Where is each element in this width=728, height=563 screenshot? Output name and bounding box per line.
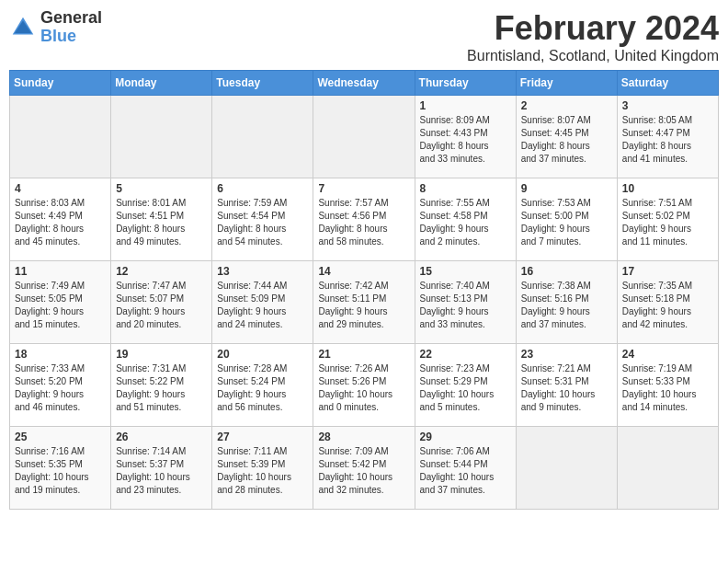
header: General Blue February 2024 Burntisland, … bbox=[9, 9, 719, 64]
day-number: 17 bbox=[622, 265, 713, 278]
day-info: Sunrise: 8:09 AM Sunset: 4:43 PM Dayligh… bbox=[420, 114, 511, 166]
week-row-1: 1Sunrise: 8:09 AM Sunset: 4:43 PM Daylig… bbox=[10, 96, 719, 178]
calendar-cell: 9Sunrise: 7:53 AM Sunset: 5:00 PM Daylig… bbox=[516, 178, 617, 261]
day-number: 3 bbox=[622, 99, 713, 112]
calendar-cell bbox=[313, 96, 415, 178]
calendar-body: 1Sunrise: 8:09 AM Sunset: 4:43 PM Daylig… bbox=[10, 96, 719, 510]
day-info: Sunrise: 7:42 AM Sunset: 5:11 PM Dayligh… bbox=[318, 280, 409, 331]
calendar-cell: 18Sunrise: 7:33 AM Sunset: 5:20 PM Dayli… bbox=[10, 344, 111, 427]
day-number: 1 bbox=[420, 99, 511, 112]
calendar-header: SundayMondayTuesdayWednesdayThursdayFrid… bbox=[10, 71, 719, 96]
day-number: 12 bbox=[116, 265, 207, 278]
calendar-cell bbox=[617, 427, 718, 510]
day-number: 20 bbox=[217, 348, 308, 361]
calendar-cell: 22Sunrise: 7:23 AM Sunset: 5:29 PM Dayli… bbox=[415, 344, 516, 427]
calendar-cell: 13Sunrise: 7:44 AM Sunset: 5:09 PM Dayli… bbox=[212, 261, 313, 344]
day-number: 18 bbox=[15, 348, 106, 361]
header-cell-wednesday: Wednesday bbox=[313, 71, 415, 96]
calendar-cell: 26Sunrise: 7:14 AM Sunset: 5:37 PM Dayli… bbox=[111, 427, 212, 510]
calendar-cell bbox=[516, 427, 617, 510]
day-info: Sunrise: 7:51 AM Sunset: 5:02 PM Dayligh… bbox=[622, 197, 713, 248]
calendar-cell: 28Sunrise: 7:09 AM Sunset: 5:42 PM Dayli… bbox=[313, 427, 415, 510]
day-number: 9 bbox=[521, 182, 612, 195]
title-section: February 2024 Burntisland, Scotland, Uni… bbox=[467, 9, 719, 64]
calendar-cell: 6Sunrise: 7:59 AM Sunset: 4:54 PM Daylig… bbox=[212, 178, 313, 261]
calendar-cell: 15Sunrise: 7:40 AM Sunset: 5:13 PM Dayli… bbox=[415, 261, 516, 344]
day-number: 11 bbox=[15, 265, 106, 278]
day-info: Sunrise: 8:07 AM Sunset: 4:45 PM Dayligh… bbox=[521, 114, 612, 166]
day-number: 19 bbox=[116, 348, 207, 361]
day-info: Sunrise: 7:35 AM Sunset: 5:18 PM Dayligh… bbox=[622, 280, 713, 331]
week-row-3: 11Sunrise: 7:49 AM Sunset: 5:05 PM Dayli… bbox=[10, 261, 719, 344]
day-number: 13 bbox=[217, 265, 308, 278]
calendar-cell: 19Sunrise: 7:31 AM Sunset: 5:22 PM Dayli… bbox=[111, 344, 212, 427]
calendar-table: SundayMondayTuesdayWednesdayThursdayFrid… bbox=[9, 70, 719, 510]
day-number: 7 bbox=[318, 182, 409, 195]
calendar-cell: 1Sunrise: 8:09 AM Sunset: 4:43 PM Daylig… bbox=[415, 96, 516, 178]
day-info: Sunrise: 7:55 AM Sunset: 4:58 PM Dayligh… bbox=[420, 197, 511, 248]
header-cell-tuesday: Tuesday bbox=[212, 71, 313, 96]
week-row-4: 18Sunrise: 7:33 AM Sunset: 5:20 PM Dayli… bbox=[10, 344, 719, 427]
calendar-cell: 25Sunrise: 7:16 AM Sunset: 5:35 PM Dayli… bbox=[10, 427, 111, 510]
header-cell-monday: Monday bbox=[111, 71, 212, 96]
day-number: 14 bbox=[318, 265, 409, 278]
calendar-cell: 7Sunrise: 7:57 AM Sunset: 4:56 PM Daylig… bbox=[313, 178, 415, 261]
day-number: 29 bbox=[420, 431, 511, 443]
calendar-cell: 16Sunrise: 7:38 AM Sunset: 5:16 PM Dayli… bbox=[516, 261, 617, 344]
day-info: Sunrise: 8:03 AM Sunset: 4:49 PM Dayligh… bbox=[15, 197, 106, 248]
logo-icon bbox=[9, 14, 37, 41]
week-row-5: 25Sunrise: 7:16 AM Sunset: 5:35 PM Dayli… bbox=[10, 427, 719, 510]
calendar-cell: 29Sunrise: 7:06 AM Sunset: 5:44 PM Dayli… bbox=[415, 427, 516, 510]
logo: General Blue bbox=[9, 9, 102, 46]
calendar-cell bbox=[111, 96, 212, 178]
day-info: Sunrise: 7:59 AM Sunset: 4:54 PM Dayligh… bbox=[217, 197, 308, 248]
day-number: 21 bbox=[318, 348, 409, 361]
header-cell-sunday: Sunday bbox=[10, 71, 111, 96]
day-info: Sunrise: 7:16 AM Sunset: 5:35 PM Dayligh… bbox=[15, 445, 106, 497]
calendar-cell: 4Sunrise: 8:03 AM Sunset: 4:49 PM Daylig… bbox=[10, 178, 111, 261]
calendar-cell: 17Sunrise: 7:35 AM Sunset: 5:18 PM Dayli… bbox=[617, 261, 718, 344]
day-info: Sunrise: 7:19 AM Sunset: 5:33 PM Dayligh… bbox=[622, 362, 713, 414]
day-number: 28 bbox=[318, 431, 409, 443]
day-number: 6 bbox=[217, 182, 308, 195]
header-cell-thursday: Thursday bbox=[415, 71, 516, 96]
day-number: 5 bbox=[116, 182, 207, 195]
day-info: Sunrise: 8:05 AM Sunset: 4:47 PM Dayligh… bbox=[622, 114, 713, 166]
day-info: Sunrise: 7:06 AM Sunset: 5:44 PM Dayligh… bbox=[420, 445, 511, 497]
calendar-cell: 8Sunrise: 7:55 AM Sunset: 4:58 PM Daylig… bbox=[415, 178, 516, 261]
calendar-cell: 12Sunrise: 7:47 AM Sunset: 5:07 PM Dayli… bbox=[111, 261, 212, 344]
logo-text: General Blue bbox=[40, 9, 102, 46]
day-info: Sunrise: 7:57 AM Sunset: 4:56 PM Dayligh… bbox=[318, 197, 409, 248]
day-info: Sunrise: 7:44 AM Sunset: 5:09 PM Dayligh… bbox=[217, 280, 308, 331]
calendar-cell: 14Sunrise: 7:42 AM Sunset: 5:11 PM Dayli… bbox=[313, 261, 415, 344]
day-info: Sunrise: 7:47 AM Sunset: 5:07 PM Dayligh… bbox=[116, 280, 207, 331]
day-info: Sunrise: 7:14 AM Sunset: 5:37 PM Dayligh… bbox=[116, 445, 207, 497]
day-number: 10 bbox=[622, 182, 713, 195]
day-info: Sunrise: 7:09 AM Sunset: 5:42 PM Dayligh… bbox=[318, 445, 409, 497]
day-info: Sunrise: 7:53 AM Sunset: 5:00 PM Dayligh… bbox=[521, 197, 612, 248]
day-info: Sunrise: 7:38 AM Sunset: 5:16 PM Dayligh… bbox=[521, 280, 612, 331]
header-row: SundayMondayTuesdayWednesdayThursdayFrid… bbox=[10, 71, 719, 96]
day-number: 16 bbox=[521, 265, 612, 278]
calendar-cell bbox=[10, 96, 111, 178]
calendar-cell: 23Sunrise: 7:21 AM Sunset: 5:31 PM Dayli… bbox=[516, 344, 617, 427]
header-cell-friday: Friday bbox=[516, 71, 617, 96]
day-info: Sunrise: 7:40 AM Sunset: 5:13 PM Dayligh… bbox=[420, 280, 511, 331]
day-number: 26 bbox=[116, 431, 207, 443]
logo-blue: Blue bbox=[40, 28, 102, 46]
day-info: Sunrise: 7:31 AM Sunset: 5:22 PM Dayligh… bbox=[116, 362, 207, 414]
week-row-2: 4Sunrise: 8:03 AM Sunset: 4:49 PM Daylig… bbox=[10, 178, 719, 261]
calendar-cell: 3Sunrise: 8:05 AM Sunset: 4:47 PM Daylig… bbox=[617, 96, 718, 178]
day-info: Sunrise: 7:33 AM Sunset: 5:20 PM Dayligh… bbox=[15, 362, 106, 414]
header-cell-saturday: Saturday bbox=[617, 71, 718, 96]
calendar-cell bbox=[212, 96, 313, 178]
calendar-cell: 20Sunrise: 7:28 AM Sunset: 5:24 PM Dayli… bbox=[212, 344, 313, 427]
day-info: Sunrise: 7:49 AM Sunset: 5:05 PM Dayligh… bbox=[15, 280, 106, 331]
day-number: 4 bbox=[15, 182, 106, 195]
calendar-cell: 21Sunrise: 7:26 AM Sunset: 5:26 PM Dayli… bbox=[313, 344, 415, 427]
day-number: 27 bbox=[217, 431, 308, 443]
calendar-cell: 24Sunrise: 7:19 AM Sunset: 5:33 PM Dayli… bbox=[617, 344, 718, 427]
day-number: 2 bbox=[521, 99, 612, 112]
day-number: 23 bbox=[521, 348, 612, 361]
day-number: 24 bbox=[622, 348, 713, 361]
